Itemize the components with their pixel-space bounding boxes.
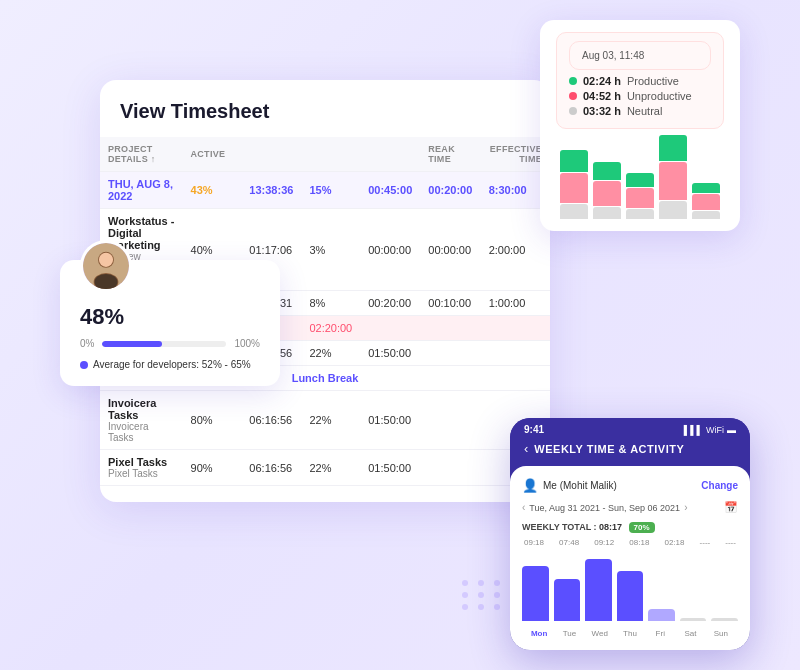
gauge-percentage: 48% bbox=[80, 304, 260, 330]
phone-header: ‹ WEEKLY TIME & ACTIVITY bbox=[510, 437, 750, 466]
time-label-sat: ---- bbox=[700, 538, 711, 547]
productive-dot bbox=[569, 77, 577, 85]
bar-fri bbox=[648, 609, 675, 621]
bar-group-4 bbox=[659, 135, 687, 219]
col-pct bbox=[301, 137, 360, 172]
phone-body: 👤 Me (Mohit Malik) Change ‹ Tue, Aug 31 … bbox=[510, 466, 750, 650]
bar-unproductive-2 bbox=[593, 181, 621, 206]
bar-neutral-2 bbox=[593, 207, 621, 219]
avatar-image bbox=[83, 240, 129, 292]
next-arrow-icon[interactable]: › bbox=[684, 502, 687, 513]
phone-date-left: ‹ Tue, Aug 31 2021 - Sun, Sep 06 2021 › bbox=[522, 502, 687, 513]
invoicera-time1: 06:16:56 bbox=[241, 391, 301, 450]
bar-group-3 bbox=[626, 173, 654, 219]
prev-arrow-icon[interactable]: ‹ bbox=[522, 502, 525, 513]
neutral-label: Neutral bbox=[627, 105, 662, 117]
invoicera-active: 80% bbox=[183, 391, 242, 450]
phone-bar-wed bbox=[585, 551, 612, 621]
date-break: 00:20:00 bbox=[420, 172, 480, 209]
chart-tooltip-card: Aug 03, 11:48 02:24 h Productive 04:52 h… bbox=[540, 20, 740, 231]
phone-user-row: 👤 Me (Mohit Malik) Change bbox=[522, 478, 738, 493]
day-fri: Fri bbox=[645, 629, 675, 638]
time2-2: 00:20:00 bbox=[360, 291, 420, 316]
back-arrow-icon[interactable]: ‹ bbox=[524, 441, 528, 456]
calendar-icon[interactable]: 📅 bbox=[724, 501, 738, 514]
neutral-time: 03:32 h bbox=[583, 105, 621, 117]
phone-bar-chart bbox=[522, 551, 738, 621]
svg-point-4 bbox=[95, 274, 118, 290]
bar-productive-2 bbox=[593, 162, 621, 180]
gauge-bar: 0% 100% bbox=[80, 338, 260, 349]
date-cell: THU, AUG 8, 2022 bbox=[100, 172, 183, 209]
weekly-badge: 70% bbox=[629, 522, 655, 533]
gauge-bar-fill bbox=[102, 341, 162, 347]
productive-row: 02:24 h Productive bbox=[569, 75, 711, 87]
col-break: REAK TIME bbox=[420, 137, 480, 172]
change-button[interactable]: Change bbox=[701, 480, 738, 491]
time-label-thu: 08:18 bbox=[629, 538, 649, 547]
pixel-time2: 01:50:00 bbox=[360, 450, 420, 486]
bar-unproductive-3 bbox=[626, 188, 654, 208]
misc-break bbox=[420, 341, 480, 366]
gauge-bar-background bbox=[102, 341, 226, 347]
bar-mon bbox=[522, 566, 549, 621]
gauge-min: 0% bbox=[80, 338, 94, 349]
day-wed: Wed bbox=[585, 629, 615, 638]
date-row: THU, AUG 8, 2022 43% 13:38:36 15% 00:45:… bbox=[100, 172, 550, 209]
wifi-icon: WiFi bbox=[706, 425, 724, 435]
battery-icon: ▬ bbox=[727, 425, 736, 435]
gauge-avg-dot bbox=[80, 361, 88, 369]
weekly-total-value: 08:17 bbox=[599, 522, 622, 532]
avatar bbox=[80, 240, 132, 292]
day-tue: Tue bbox=[554, 629, 584, 638]
phone-time-labels: 09:18 07:48 09:12 08:18 02:18 ---- ---- bbox=[522, 538, 738, 547]
bar-neutral-1 bbox=[560, 204, 588, 219]
pixel-break bbox=[420, 450, 480, 486]
neutral-dot bbox=[569, 107, 577, 115]
bar-neutral-4 bbox=[659, 201, 687, 219]
time-label-tue: 07:48 bbox=[559, 538, 579, 547]
pixel-active: 90% bbox=[183, 450, 242, 486]
table-header-row: PROJECT DETAILS ↑ ACTIVE REAK TIME EFFEC… bbox=[100, 137, 550, 172]
day-sun: Sun bbox=[706, 629, 736, 638]
time-label-fri: 02:18 bbox=[664, 538, 684, 547]
bar-sun bbox=[711, 618, 738, 621]
bar-group-5 bbox=[692, 183, 720, 219]
phone-bar-sun bbox=[711, 551, 738, 621]
phone-bar-fri bbox=[648, 551, 675, 621]
phone-bar-thu bbox=[617, 551, 644, 621]
bar-unproductive-4 bbox=[659, 162, 687, 200]
phone-day-labels: Mon Tue Wed Thu Fri Sat Sun bbox=[522, 629, 738, 638]
phone-bar-mon bbox=[522, 551, 549, 621]
weekly-total-label: WEEKLY TOTAL : bbox=[522, 522, 597, 532]
highlight-eff bbox=[420, 316, 480, 341]
bar-neutral-3 bbox=[626, 209, 654, 219]
unproductive-label: Unproductive bbox=[627, 90, 692, 102]
time-label-sun: ---- bbox=[725, 538, 736, 547]
bar-group-2 bbox=[593, 162, 621, 219]
invoicera-pct2: 22% bbox=[301, 391, 360, 450]
date-time1: 13:38:36 bbox=[241, 172, 301, 209]
bar-neutral-5 bbox=[692, 211, 720, 219]
pixel-project: Pixel Tasks Pixel Tasks bbox=[100, 450, 183, 486]
gauge-average: Average for developers: 52% - 65% bbox=[80, 359, 260, 370]
col-time2 bbox=[360, 137, 420, 172]
date-pct2: 15% bbox=[301, 172, 360, 209]
gauge-max: 100% bbox=[234, 338, 260, 349]
tooltip-date: Aug 03, 11:48 bbox=[569, 41, 711, 70]
bar-chart bbox=[556, 139, 724, 219]
misc-time2: 01:50:00 bbox=[360, 341, 420, 366]
invoicera-project: Invoicera Tasks Invoicera Tasks bbox=[100, 391, 183, 450]
day-mon: Mon bbox=[524, 629, 554, 638]
highlight-x bbox=[481, 316, 550, 341]
time-label-mon: 09:18 bbox=[524, 538, 544, 547]
date-time2: 00:45:00 bbox=[360, 172, 420, 209]
bar-tue bbox=[554, 579, 581, 621]
col-time1 bbox=[241, 137, 301, 172]
table-row: Pixel Tasks Pixel Tasks 90% 06:16:56 22%… bbox=[100, 450, 550, 486]
productive-time: 02:24 h bbox=[583, 75, 621, 87]
svg-point-3 bbox=[99, 253, 113, 267]
time2-1: 00:00:00 bbox=[360, 209, 420, 291]
phone-user-left: 👤 Me (Mohit Malik) bbox=[522, 478, 617, 493]
phone-bar-tue bbox=[554, 551, 581, 621]
